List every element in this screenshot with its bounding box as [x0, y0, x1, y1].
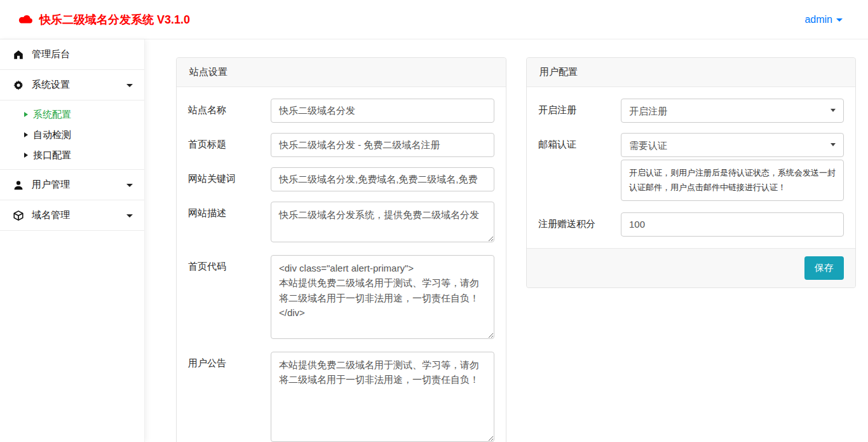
email-verify-label: 邮箱认证	[538, 133, 621, 157]
triangle-right-icon	[24, 153, 28, 158]
register-points-input[interactable]	[621, 212, 844, 237]
user-config-footer: 保存	[527, 248, 855, 287]
register-toggle-select[interactable]: 开启注册	[621, 99, 844, 123]
email-verify-select[interactable]: 需要认证	[621, 133, 844, 157]
user-notice-label: 用户公告	[188, 352, 271, 442]
cloud-icon	[18, 14, 33, 25]
user-icon	[13, 179, 24, 191]
site-settings-panel: 站点设置 站点名称 首页标题	[176, 57, 506, 442]
subitem-label: 系统配置	[33, 109, 71, 121]
chevron-down-icon	[126, 214, 133, 218]
subitem-label: 自动检测	[33, 129, 71, 141]
app-title: 快乐二级域名分发系统 V3.1.0	[39, 12, 190, 27]
form-row-help: 开启认证，则用户注册后是待认证状态，系统会发送一封认证邮件，用户点击邮件中链接进…	[538, 160, 844, 201]
sidebar-subitem-system-config[interactable]: 系统配置	[0, 104, 144, 125]
home-title-input[interactable]	[271, 133, 494, 157]
main-content: 站点设置 站点名称 首页标题	[145, 39, 868, 442]
keywords-label: 网站关键词	[188, 167, 271, 191]
form-row-email-verify: 邮箱认证 需要认证	[538, 133, 844, 157]
system-settings-submenu: 系统配置 自动检测 接口配置	[0, 100, 144, 170]
form-row-description: 网站描述 快乐二级域名分发系统，提供免费二级域名分发	[188, 202, 494, 245]
form-row-keywords: 网站关键词	[188, 167, 494, 191]
brand: 快乐二级域名分发系统 V3.1.0	[18, 12, 190, 27]
panel-title: 站点设置	[177, 58, 506, 87]
sidebar-subitem-api-config[interactable]: 接口配置	[0, 145, 144, 165]
top-bar: 快乐二级域名分发系统 V3.1.0 admin	[0, 0, 868, 39]
triangle-right-icon	[24, 112, 28, 117]
site-name-input[interactable]	[271, 99, 494, 123]
save-button[interactable]: 保存	[804, 256, 844, 280]
form-row-site-name: 站点名称	[188, 99, 494, 123]
sidebar-item-label: 管理后台	[32, 48, 70, 60]
user-name: admin	[804, 14, 832, 25]
email-verify-help-text: 开启认证，则用户注册后是待认证状态，系统会发送一封认证邮件，用户点击邮件中链接进…	[621, 160, 844, 201]
home-title-label: 首页标题	[188, 133, 271, 157]
user-menu[interactable]: admin	[804, 14, 843, 25]
subitem-label: 接口配置	[33, 149, 71, 162]
form-row-home-title: 首页标题	[188, 133, 494, 157]
chevron-down-icon	[836, 18, 843, 22]
user-config-panel: 用户配置 开启注册 开启注册	[526, 57, 856, 288]
sidebar-subitem-auto-detect[interactable]: 自动检测	[0, 125, 144, 145]
panel-title: 用户配置	[527, 58, 855, 87]
sidebar-item-label: 用户管理	[32, 179, 70, 191]
site-settings-form: 站点名称 首页标题 网站关键词	[177, 87, 506, 442]
sidebar-item-dashboard[interactable]: 管理后台	[0, 39, 144, 70]
site-name-label: 站点名称	[188, 99, 271, 123]
register-toggle-label: 开启注册	[538, 99, 621, 123]
sidebar: 管理后台 系统设置 系统配置 自动检	[0, 39, 145, 442]
triangle-right-icon	[24, 132, 28, 137]
form-row-home-code: 首页代码 <div class="alert alert-primary"> 本…	[188, 255, 494, 342]
description-label: 网站描述	[188, 202, 271, 245]
gear-icon	[13, 79, 24, 91]
chevron-down-icon	[126, 184, 133, 187]
form-row-register-toggle: 开启注册 开启注册	[538, 99, 844, 123]
user-config-form: 开启注册 开启注册 邮箱认证	[527, 87, 855, 248]
keywords-input[interactable]	[271, 167, 494, 191]
app-window: 快乐二级域名分发系统 V3.1.0 admin 管理后台	[0, 0, 868, 442]
sidebar-item-user-management[interactable]: 用户管理	[0, 170, 144, 200]
register-points-label: 注册赠送积分	[538, 212, 621, 237]
chevron-down-icon	[126, 84, 133, 87]
sidebar-item-system-settings[interactable]: 系统设置	[0, 70, 144, 100]
form-row-register-points: 注册赠送积分	[538, 212, 844, 237]
home-icon	[13, 49, 24, 60]
cube-icon	[13, 210, 24, 221]
home-code-label: 首页代码	[188, 255, 271, 342]
home-code-textarea[interactable]: <div class="alert alert-primary"> 本站提供免费…	[271, 255, 494, 339]
sidebar-item-label: 系统设置	[32, 79, 70, 91]
sidebar-item-domain-management[interactable]: 域名管理	[0, 200, 144, 231]
form-row-user-notice: 用户公告 本站提供免费二级域名用于测试、学习等，请勿将二级域名用于一切非法用途，…	[188, 352, 494, 442]
user-notice-textarea[interactable]: 本站提供免费二级域名用于测试、学习等，请勿将二级域名用于一切非法用途，一切责任自…	[271, 352, 494, 442]
description-textarea[interactable]: 快乐二级域名分发系统，提供免费二级域名分发	[271, 202, 494, 242]
sidebar-item-label: 域名管理	[32, 209, 70, 221]
